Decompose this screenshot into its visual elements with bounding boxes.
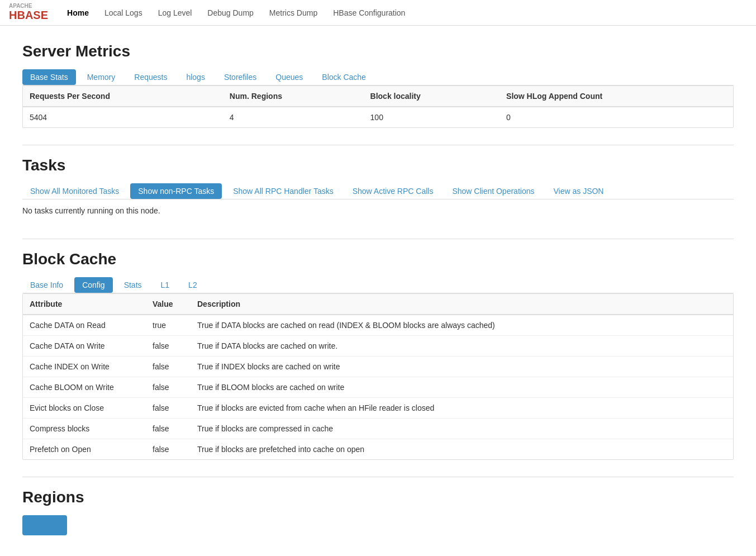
cell-attribute: Cache INDEX on Write <box>23 357 146 377</box>
nav-item-metrics-dump[interactable]: Metrics Dump <box>261 0 325 26</box>
cell-description: True if blocks are evicted from cache wh… <box>191 398 733 419</box>
nav-link-metrics-dump[interactable]: Metrics Dump <box>261 0 325 26</box>
tab-memory[interactable]: Memory <box>79 69 123 85</box>
nav-link-home[interactable]: Home <box>59 0 97 26</box>
col-requests-per-second: Requests Per Second <box>23 86 223 107</box>
tab-storefiles[interactable]: Storefiles <box>216 69 264 85</box>
block-cache-header-row: Attribute Value Description <box>23 294 733 315</box>
brand-logo: APACHE HBASE <box>9 3 48 22</box>
apache-text: APACHE <box>9 3 48 9</box>
nav-item-hbase-config[interactable]: HBase Configuration <box>325 0 413 26</box>
cell-value: true <box>146 315 191 336</box>
tab-base-stats[interactable]: Base Stats <box>22 69 76 85</box>
tab-show-client-ops[interactable]: Show Client Operations <box>444 183 542 199</box>
tasks-message: No tasks currently running on this node. <box>22 199 734 222</box>
regions-tab-btn[interactable] <box>22 515 67 535</box>
col-num-regions: Num. Regions <box>223 86 364 107</box>
cell-num-regions: 4 <box>223 107 364 127</box>
block-cache-table: Attribute Value Description Cache DATA o… <box>23 294 733 459</box>
tab-show-active-rpc[interactable]: Show Active RPC Calls <box>345 183 441 199</box>
col-attribute: Attribute <box>23 294 146 315</box>
server-metrics-title: Server Metrics <box>22 42 734 60</box>
cell-description: True if DATA blocks are cached on read (… <box>191 315 733 336</box>
tasks-title: Tasks <box>22 156 734 174</box>
col-description: Description <box>191 294 733 315</box>
nav-item-log-level[interactable]: Log Level <box>150 0 200 26</box>
divider-2 <box>22 239 734 239</box>
tab-config[interactable]: Config <box>74 277 112 293</box>
tab-show-non-rpc[interactable]: Show non-RPC Tasks <box>130 183 222 199</box>
cell-value: false <box>146 377 191 398</box>
tab-show-all-rpc-handler[interactable]: Show All RPC Handler Tasks <box>225 183 341 199</box>
hbase-text: HBASE <box>9 9 48 21</box>
cell-attribute: Cache DATA on Read <box>23 315 146 336</box>
col-value: Value <box>146 294 191 315</box>
server-metrics-table-wrapper: Requests Per Second Num. Regions Block l… <box>22 85 734 128</box>
cell-value: false <box>146 357 191 377</box>
tab-l2[interactable]: L2 <box>180 277 205 293</box>
table-row: Cache DATA on ReadtrueTrue if DATA block… <box>23 315 733 336</box>
nav-link-debug-dump[interactable]: Debug Dump <box>199 0 261 26</box>
tab-hlogs[interactable]: hlogs <box>178 69 212 85</box>
col-block-locality: Block locality <box>364 86 500 107</box>
tab-requests[interactable]: Requests <box>126 69 175 85</box>
tasks-section: Tasks Show All Monitored Tasks Show non-… <box>22 156 734 222</box>
table-row: Cache BLOOM on WritefalseTrue if BLOOM b… <box>23 377 733 398</box>
table-row: Evict blocks on ClosefalseTrue if blocks… <box>23 398 733 419</box>
cell-description: True if INDEX blocks are cached on write <box>191 357 733 377</box>
block-cache-section: Block Cache Base Info Config Stats L1 L2… <box>22 250 734 460</box>
cell-value: false <box>146 439 191 460</box>
server-metrics-section: Server Metrics Base Stats Memory Request… <box>22 42 734 128</box>
tab-view-as-json[interactable]: View as JSON <box>545 183 611 199</box>
tab-queues[interactable]: Queues <box>268 69 311 85</box>
col-slow-hlog: Slow HLog Append Count <box>500 86 733 107</box>
table-row: Compress blocksfalseTrue if blocks are c… <box>23 419 733 439</box>
cell-description: True if BLOOM blocks are cached on write <box>191 377 733 398</box>
cell-requests-per-second: 5404 <box>23 107 223 127</box>
cell-attribute: Evict blocks on Close <box>23 398 146 419</box>
regions-section: Regions <box>22 488 734 535</box>
cell-value: false <box>146 336 191 357</box>
tab-show-all-monitored[interactable]: Show All Monitored Tasks <box>22 183 127 199</box>
cell-attribute: Cache DATA on Write <box>23 336 146 357</box>
cell-description: True if blocks are prefetched into cache… <box>191 439 733 460</box>
cell-value: false <box>146 398 191 419</box>
server-metrics-tabs: Base Stats Memory Requests hlogs Storefi… <box>22 69 734 85</box>
table-row: Cache DATA on WritefalseTrue if DATA blo… <box>23 336 733 357</box>
nav-list: Home Local Logs Log Level Debug Dump Met… <box>59 0 413 26</box>
table-row: Prefetch on OpenfalseTrue if blocks are … <box>23 439 733 460</box>
nav-item-debug-dump[interactable]: Debug Dump <box>199 0 261 26</box>
table-row: Cache INDEX on WritefalseTrue if INDEX b… <box>23 357 733 377</box>
server-metrics-table: Requests Per Second Num. Regions Block l… <box>23 86 733 127</box>
nav-link-hbase-config[interactable]: HBase Configuration <box>325 0 413 26</box>
cell-attribute: Prefetch on Open <box>23 439 146 460</box>
table-row: 5404 4 100 0 <box>23 107 733 127</box>
server-metrics-header-row: Requests Per Second Num. Regions Block l… <box>23 86 733 107</box>
main-content: Server Metrics Base Stats Memory Request… <box>0 26 756 556</box>
regions-title: Regions <box>22 488 734 506</box>
nav-link-local-logs[interactable]: Local Logs <box>97 0 150 26</box>
cell-description: True if DATA blocks are cached on write. <box>191 336 733 357</box>
cell-description: True if blocks are compressed in cache <box>191 419 733 439</box>
tasks-tabs: Show All Monitored Tasks Show non-RPC Ta… <box>22 183 734 199</box>
tab-stats[interactable]: Stats <box>116 277 150 293</box>
nav-item-home[interactable]: Home <box>59 0 97 26</box>
cell-attribute: Compress blocks <box>23 419 146 439</box>
cell-value: false <box>146 419 191 439</box>
divider-3 <box>22 477 734 477</box>
block-cache-table-wrapper: Attribute Value Description Cache DATA o… <box>22 293 734 460</box>
block-cache-tabs: Base Info Config Stats L1 L2 <box>22 277 734 293</box>
block-cache-title: Block Cache <box>22 250 734 268</box>
cell-slow-hlog: 0 <box>500 107 733 127</box>
nav-item-local-logs[interactable]: Local Logs <box>97 0 150 26</box>
divider-1 <box>22 145 734 145</box>
cell-attribute: Cache BLOOM on Write <box>23 377 146 398</box>
tab-l1[interactable]: L1 <box>153 277 178 293</box>
tab-base-info[interactable]: Base Info <box>22 277 71 293</box>
nav-link-log-level[interactable]: Log Level <box>150 0 200 26</box>
tab-block-cache-sm[interactable]: Block Cache <box>314 69 374 85</box>
cell-block-locality: 100 <box>364 107 500 127</box>
navbar: APACHE HBASE Home Local Logs Log Level D… <box>0 0 756 26</box>
